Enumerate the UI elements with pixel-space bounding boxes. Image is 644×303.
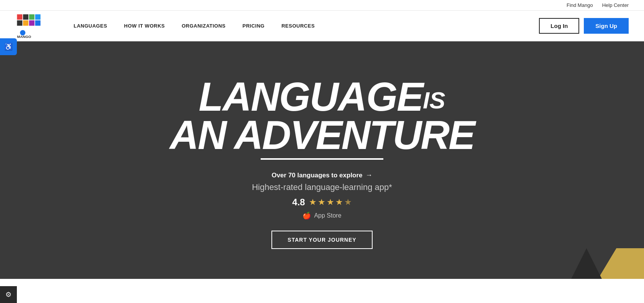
star-2: ★: [318, 197, 325, 207]
corner-gold: [598, 248, 644, 279]
app-store-line[interactable]: 🍎 App Store: [302, 211, 341, 220]
apple-icon: 🍎: [302, 211, 311, 220]
star-3: ★: [327, 197, 334, 207]
main-navigation: MANGO LANGUAGES HOW IT WORKS ORGANIZATIO…: [0, 11, 644, 41]
hero-title-line1: LANGUAGE: [199, 74, 423, 119]
svg-text:MANGO: MANGO: [17, 34, 31, 38]
help-center-link[interactable]: Help Center: [602, 2, 629, 8]
logo[interactable]: MANGO: [15, 13, 42, 39]
svg-rect-6: [29, 20, 34, 26]
svg-rect-4: [29, 14, 34, 20]
svg-rect-5: [35, 14, 41, 20]
hero-section: LANGUAGEIS AN ADVENTURE Over 70 language…: [0, 41, 644, 279]
nav-actions: Log In Sign Up: [539, 18, 629, 34]
hero-explore-text[interactable]: Over 70 languages to explore →: [271, 171, 372, 179]
stars: ★ ★ ★ ★ ★: [309, 197, 352, 207]
svg-rect-7: [35, 20, 41, 26]
hero-title-underline: [261, 158, 383, 160]
corner-decoration: [583, 248, 644, 279]
nav-link-how-it-works[interactable]: HOW IT WORKS: [116, 11, 173, 41]
svg-rect-2: [17, 20, 22, 26]
svg-rect-3: [23, 20, 28, 26]
corner-dark: [571, 248, 602, 279]
accessibility-icon: ♿: [4, 43, 13, 51]
accessibility-button[interactable]: ♿: [0, 38, 17, 55]
start-journey-button[interactable]: START YOUR JOURNEY: [271, 231, 372, 249]
nav-link-organizations[interactable]: ORGANIZATIONS: [173, 11, 234, 41]
hero-tagline: Highest-rated language-learning app*: [252, 182, 392, 192]
login-button[interactable]: Log In: [539, 18, 579, 34]
hero-title-superscript: IS: [423, 87, 445, 113]
star-half: ★: [344, 197, 352, 207]
logo-svg: MANGO: [15, 13, 42, 39]
top-bar: Find Mango Help Center: [0, 0, 644, 11]
signup-button[interactable]: Sign Up: [584, 18, 629, 34]
rating-number: 4.8: [292, 197, 305, 208]
hero-title-line2: AN ADVENTURE: [170, 113, 474, 157]
nav-links: LANGUAGES HOW IT WORKS ORGANIZATIONS PRI…: [65, 11, 539, 41]
arrow-icon: →: [366, 171, 373, 179]
svg-rect-1: [23, 14, 28, 20]
nav-link-resources[interactable]: RESOURCES: [273, 11, 323, 41]
nav-link-languages[interactable]: LANGUAGES: [65, 11, 116, 41]
svg-rect-0: [17, 14, 22, 20]
star-1: ★: [309, 197, 317, 207]
nav-link-pricing[interactable]: PRICING: [234, 11, 273, 41]
find-mango-link[interactable]: Find Mango: [567, 2, 593, 8]
app-store-label: App Store: [314, 212, 341, 219]
hero-title: LANGUAGEIS AN ADVENTURE: [170, 79, 474, 160]
star-4: ★: [335, 197, 343, 207]
hero-rating: 4.8 ★ ★ ★ ★ ★: [292, 197, 352, 208]
